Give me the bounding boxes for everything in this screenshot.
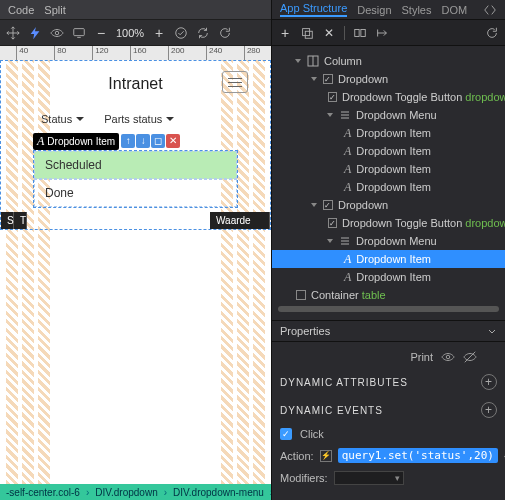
tab-design[interactable]: Design	[357, 4, 391, 16]
properties-header[interactable]: Properties	[272, 320, 505, 342]
tree-node-dropdown-menu[interactable]: Dropdown Menu	[272, 232, 505, 250]
checkbox-icon[interactable]	[328, 92, 337, 102]
svg-rect-5	[355, 29, 359, 36]
action-label: Action:	[280, 450, 314, 462]
table-header: Waarde	[210, 212, 270, 229]
svg-point-15	[446, 355, 450, 359]
tree-node-dropdown-menu[interactable]: Dropdown Menu	[272, 106, 505, 124]
svg-rect-1	[74, 28, 85, 35]
svg-point-2	[176, 27, 187, 38]
collapse-icon[interactable]	[483, 3, 497, 17]
breadcrumb[interactable]: -self-center.col-6› DIV.dropdown› DIV.dr…	[0, 484, 271, 500]
ruler: 40 80 120 160 200 240 280	[0, 46, 271, 60]
menu-item-done[interactable]: Done	[34, 179, 237, 207]
refresh-icon[interactable]	[485, 26, 499, 40]
tree-node-column[interactable]: Column	[272, 52, 505, 70]
add-attribute-button[interactable]: +	[481, 374, 497, 390]
svg-rect-3	[303, 28, 310, 35]
duplicate-button[interactable]: ◻	[151, 134, 165, 148]
structure-tree[interactable]: Column Dropdown Dropdown Toggle Button d…	[272, 46, 505, 320]
modifiers-select[interactable]: ▾	[334, 471, 404, 485]
dynamic-attributes-label: DYNAMIC ATTRIBUTES	[280, 377, 408, 388]
tree-node-toggle-button[interactable]: Dropdown Toggle Button dropdown	[272, 214, 505, 232]
zoom-in-icon[interactable]: +	[152, 26, 166, 40]
click-checkbox[interactable]: ✓	[280, 428, 292, 440]
add-event-button[interactable]: +	[481, 402, 497, 418]
lightning-icon[interactable]	[28, 26, 42, 40]
svg-rect-6	[361, 29, 365, 36]
scrollbar[interactable]	[278, 306, 499, 312]
click-label: Click	[300, 428, 324, 440]
copy-icon[interactable]	[300, 26, 314, 40]
tree-node-dropdown[interactable]: Dropdown	[272, 196, 505, 214]
zoom-level: 100%	[116, 27, 144, 39]
dropdown-menu-preview: Scheduled Done	[33, 150, 238, 208]
caret-down-icon	[166, 117, 174, 121]
tab-app-structure[interactable]: App Structure	[280, 2, 347, 17]
checkbox-icon[interactable]	[296, 290, 306, 300]
tab-dom[interactable]: DOM	[441, 4, 467, 16]
tree-node-dropdown-item[interactable]: ADropdown Item	[272, 142, 505, 160]
tree-node-dropdown-item[interactable]: ADropdown Item	[272, 268, 505, 286]
zoom-out-icon[interactable]: −	[94, 26, 108, 40]
tree-node-dropdown-item[interactable]: ADropdown Item	[272, 160, 505, 178]
device-icon[interactable]	[72, 26, 86, 40]
wrap-icon[interactable]	[353, 26, 367, 40]
tree-node-dropdown-item[interactable]: ADropdown Item	[272, 124, 505, 142]
print-label: Print	[410, 351, 433, 363]
eye-icon[interactable]	[441, 350, 455, 364]
eye-off-icon[interactable]	[463, 350, 477, 364]
move-down-button[interactable]: ↓	[136, 134, 150, 148]
tree-node-container[interactable]: Container table	[272, 286, 505, 304]
move-up-button[interactable]: ↑	[121, 134, 135, 148]
export-icon[interactable]	[375, 26, 389, 40]
add-icon[interactable]: +	[278, 26, 292, 40]
dropdown-parts-status[interactable]: Parts status	[104, 113, 174, 125]
action-picker-button[interactable]: ⚡	[320, 450, 332, 462]
refresh-icon[interactable]	[218, 26, 232, 40]
tree-node-toggle-button[interactable]: Dropdown Toggle Button dropdown	[272, 88, 505, 106]
delete-button[interactable]: ✕	[166, 134, 180, 148]
svg-point-0	[55, 31, 59, 35]
caret-down-icon	[76, 117, 84, 121]
checkbox-icon[interactable]	[328, 218, 337, 228]
tab-code[interactable]: Code	[8, 4, 34, 16]
checkbox-icon[interactable]	[323, 200, 333, 210]
table-header: S	[1, 212, 14, 229]
table-header: T	[14, 212, 27, 229]
svg-rect-4	[305, 31, 312, 38]
tab-split[interactable]: Split	[44, 4, 65, 16]
tree-node-dropdown-item[interactable]: ADropdown Item	[272, 178, 505, 196]
chevron-down-icon	[487, 326, 497, 336]
dropdown-status[interactable]: Status	[41, 113, 84, 125]
eye-icon[interactable]	[50, 26, 64, 40]
tree-node-dropdown-item-selected[interactable]: ADropdown Item	[272, 250, 505, 268]
modifiers-label: Modifiers:	[280, 472, 328, 484]
dynamic-events-label: DYNAMIC EVENTS	[280, 405, 383, 416]
selection-badge: A Dropdown Item	[33, 133, 119, 150]
action-field[interactable]: query1.set('status',20)	[338, 448, 498, 463]
tree-node-dropdown[interactable]: Dropdown	[272, 70, 505, 88]
design-canvas[interactable]: Intranet Status Parts status A Dropdown …	[0, 60, 271, 484]
check-circle-icon[interactable]	[174, 26, 188, 40]
tab-styles[interactable]: Styles	[402, 4, 432, 16]
close-icon[interactable]: ✕	[322, 26, 336, 40]
sync-icon[interactable]	[196, 26, 210, 40]
move-icon[interactable]	[6, 26, 20, 40]
hamburger-icon[interactable]	[222, 71, 248, 93]
menu-item-scheduled[interactable]: Scheduled	[34, 151, 237, 179]
checkbox-icon[interactable]	[323, 74, 333, 84]
